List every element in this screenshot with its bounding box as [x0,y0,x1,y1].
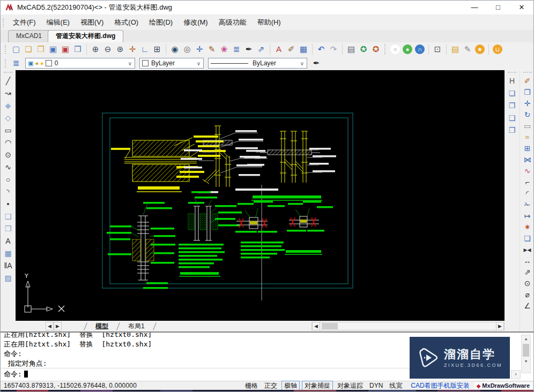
wipeout-icon[interactable]: ❏ [522,233,533,244]
preview-icon[interactable]: ◎ [181,43,193,55]
hscroll-left[interactable]: ◀ [312,322,320,330]
explode-icon[interactable]: ✷ [522,222,533,232]
eraser-icon[interactable]: ✐ [285,43,297,55]
mirror-icon[interactable]: ⋈ [522,154,533,165]
circle-icon[interactable]: ⊙ [2,149,14,161]
open-drawing-icon[interactable]: ❐ [35,43,47,55]
linetype-combo[interactable]: ByLayer ∨ [208,58,307,69]
layers-stack-icon[interactable]: ≣ [231,43,242,55]
tab-scroll-left[interactable]: ◀ [46,322,54,330]
array-icon[interactable]: ⊞ [522,143,533,154]
maximize-button[interactable]: □ [486,1,510,14]
brush-icon[interactable]: ✒ [243,43,255,55]
menu-modify[interactable]: 修改(M) [179,16,213,29]
select-rect-icon[interactable]: ▭ [522,120,533,131]
browser-icon[interactable]: ∩ [415,44,425,54]
undo-icon[interactable]: ↶ [315,43,327,55]
drawing-canvas[interactable]: Y [16,70,505,321]
trim-icon[interactable]: ✁ [522,199,533,210]
toggle-极轴[interactable]: 极轴 [281,381,300,391]
chevron-down-icon[interactable]: ∨ [127,61,134,66]
new-file-icon[interactable]: ▢ [10,43,22,55]
color-combo[interactable]: ByLayer ∨ [139,58,204,69]
menu-view[interactable]: 视图(V) [76,16,108,29]
chevron-down-icon[interactable]: ∨ [195,61,202,66]
polygon-icon[interactable]: ◆ [2,100,14,111]
save-icon[interactable]: ▣ [47,43,59,55]
zoom-extents-icon[interactable]: ⊛ [114,43,126,55]
line-icon[interactable]: ╱ [2,76,14,87]
draworder-back-icon[interactable]: ❐ [506,100,518,111]
print-icon[interactable]: ▤ [345,43,357,55]
offset-icon[interactable]: ≈ [522,132,533,142]
dim-linear-icon[interactable]: ↔ [522,255,533,266]
menu-advanced[interactable]: 高级功能 [214,16,251,29]
toggle-栅格[interactable]: 栅格 [242,381,261,390]
text-style-icon[interactable]: A [273,43,285,55]
spline-icon[interactable]: ∿ [2,162,14,173]
vscroll-thumb[interactable] [523,344,529,357]
dim-angular-icon[interactable]: ∠ [522,300,533,311]
edit-pencil-icon[interactable]: ✎ [206,43,218,55]
close-button[interactable]: ✕ [510,1,533,14]
move-icon[interactable]: ✛ [522,98,533,109]
zoom-window-icon[interactable]: ⊞ [151,43,163,55]
layer-bulb-icon[interactable]: ● [40,60,44,66]
layer-combo[interactable]: ▣●● 0 ∨ [25,58,135,69]
layer-visible-icon[interactable]: ▣ [28,60,33,67]
menu-help[interactable]: 帮助(H) [253,16,286,29]
vertical-text-icon[interactable]: ‖A [2,260,14,272]
dim-radius-icon[interactable]: ⊙ [522,278,533,289]
web-share-icon[interactable]: ✪ [370,43,382,55]
menu-format[interactable]: 格式(O) [109,16,143,29]
command-vscrollbar[interactable]: ▲ ▼ [521,335,531,373]
draworder-front-icon[interactable]: ❏ [506,88,518,99]
redo-icon[interactable]: ↷ [328,43,339,55]
palette-icon[interactable]: ❀ [218,43,230,55]
hatch-edit-icon[interactable]: H [506,76,518,87]
zoom-in-icon[interactable]: ⊕ [90,43,101,55]
hscroll-thumb[interactable] [322,323,338,329]
cart-icon[interactable]: ⊔ [493,44,502,54]
menu-edit[interactable]: 编辑(E) [42,16,75,29]
zoom-previous-icon[interactable]: ∟ [139,43,151,55]
cursor-cross-icon[interactable]: ✛ [194,43,205,55]
snapshot-icon[interactable]: ○ [390,44,400,54]
rectangle-icon[interactable]: ▭ [2,125,14,136]
vscroll-up[interactable]: ▲ [522,335,530,343]
vscroll-down[interactable]: ▼ [522,358,530,365]
dim-aligned-icon[interactable]: ⇗ [522,267,533,277]
block-create-icon[interactable]: ❒ [2,223,14,235]
toggle-正交[interactable]: 正交 [261,381,280,390]
cad-viewer-install-link[interactable]: CAD看图手机版安装 [411,381,469,390]
menu-draw[interactable]: 绘图(D) [144,16,177,29]
tab-mxcad1[interactable]: MxCAD1 [8,30,50,42]
web-service-icon[interactable]: ✪ [358,43,369,55]
layer-lock-icon[interactable]: ● [35,60,39,66]
draworder-above-icon[interactable]: ❑ [506,112,518,124]
rotate-icon[interactable]: ↻ [522,109,533,120]
draworder-below-icon[interactable]: ❒ [506,125,518,136]
extend-icon[interactable]: ↦ [522,210,533,221]
ellipse-arc-icon[interactable]: ◝ [2,186,14,198]
fillet-icon[interactable]: ◜ [522,188,533,199]
export-view-icon[interactable]: ⇗ [255,43,267,55]
break-icon[interactable]: ▸◂ [522,244,533,255]
erase-icon[interactable]: ✐ [522,76,533,86]
canvas-hscrollbar[interactable]: ◀ ▶ [312,322,505,330]
open-folder-icon[interactable]: ❏ [23,43,34,55]
layer-manager-icon[interactable]: ≣ [10,57,22,69]
notes-doc-icon[interactable]: ▤ [449,43,461,55]
toggle-DYN[interactable]: DYN [366,382,386,389]
menu-file[interactable]: 文件(F) [8,16,41,29]
toggle-对象追踪[interactable]: 对象追踪 [334,381,366,390]
image-insert-icon[interactable]: ▦ [2,248,14,259]
find-view-icon[interactable]: ⊡ [432,43,443,55]
image-icon[interactable]: ▦ [298,43,309,55]
hatch-icon[interactable]: ▨ [2,273,14,284]
polyline-icon[interactable]: ↝ [2,88,14,99]
tab-layout1[interactable]: 布局1 [120,321,153,332]
tab-scroll-right[interactable]: ▶ [54,322,62,330]
star-icon[interactable]: ★ [475,44,485,54]
pencil2-icon[interactable]: ✎ [462,43,473,55]
